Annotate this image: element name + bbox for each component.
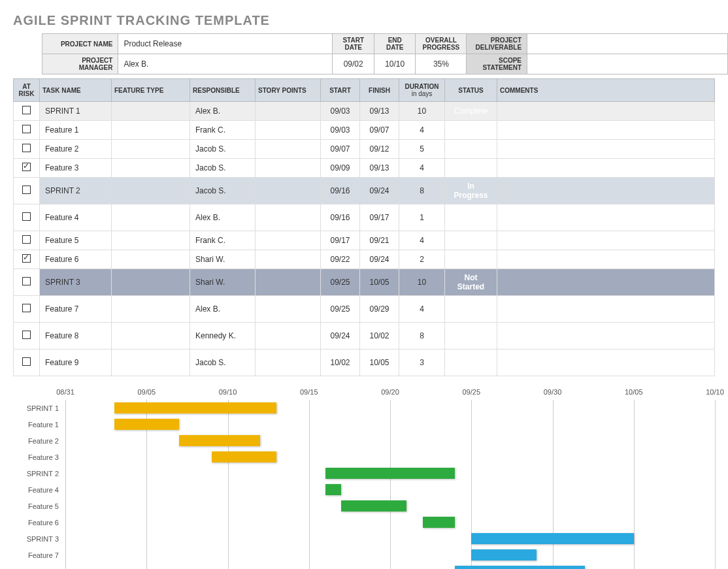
- cell-responsible[interactable]: Shari W.: [190, 269, 256, 296]
- cell-start[interactable]: 09/09: [321, 159, 360, 178]
- cell-responsible[interactable]: Shari W.: [190, 250, 256, 269]
- cell-duration[interactable]: 4: [399, 296, 445, 323]
- value-overall-progress[interactable]: 35%: [416, 54, 467, 74]
- value-project-name[interactable]: Product Release: [118, 34, 333, 54]
- cell-feature-type[interactable]: [112, 159, 190, 178]
- value-project-manager[interactable]: Alex B.: [118, 54, 333, 74]
- at-risk-checkbox[interactable]: [22, 144, 31, 152]
- cell-story[interactable]: [256, 250, 321, 269]
- cell-story[interactable]: [256, 159, 321, 178]
- cell-task[interactable]: Feature 4: [40, 204, 112, 231]
- at-risk-checkbox[interactable]: [22, 254, 31, 263]
- cell-status[interactable]: Overdue: [445, 231, 497, 250]
- cell-comments[interactable]: [497, 350, 715, 376]
- cell-task[interactable]: Feature 6: [40, 250, 112, 269]
- cell-duration[interactable]: 10: [399, 269, 445, 296]
- cell-feature-type[interactable]: [112, 296, 190, 323]
- cell-feature-type[interactable]: [112, 269, 190, 296]
- cell-responsible[interactable]: Frank C.: [190, 121, 256, 140]
- cell-story[interactable]: [256, 296, 321, 323]
- cell-responsible[interactable]: Jacob S.: [190, 140, 256, 159]
- cell-feature-type[interactable]: [112, 102, 190, 121]
- cell-start[interactable]: 09/25: [321, 296, 360, 323]
- cell-finish[interactable]: 09/13: [360, 159, 399, 178]
- cell-story[interactable]: [256, 231, 321, 250]
- at-risk-checkbox[interactable]: [22, 235, 31, 244]
- cell-task[interactable]: Feature 8: [40, 323, 112, 350]
- at-risk-checkbox[interactable]: [22, 186, 31, 194]
- cell-comments[interactable]: [497, 323, 715, 350]
- cell-start[interactable]: 09/07: [321, 140, 360, 159]
- cell-feature-type[interactable]: [112, 350, 190, 376]
- cell-comments[interactable]: [497, 102, 715, 121]
- cell-task[interactable]: SPRINT 1: [40, 102, 112, 121]
- cell-responsible[interactable]: Kennedy K.: [190, 323, 256, 350]
- cell-comments[interactable]: [497, 140, 715, 159]
- cell-responsible[interactable]: Alex B.: [190, 204, 256, 231]
- cell-status[interactable]: Complete: [445, 102, 497, 121]
- cell-comments[interactable]: [497, 250, 715, 269]
- at-risk-checkbox[interactable]: [22, 106, 31, 114]
- cell-status[interactable]: Complete: [445, 121, 497, 140]
- cell-feature-type[interactable]: [112, 204, 190, 231]
- cell-finish[interactable]: 09/24: [360, 250, 399, 269]
- cell-comments[interactable]: [497, 296, 715, 323]
- cell-start[interactable]: 09/24: [321, 323, 360, 350]
- cell-story[interactable]: [256, 121, 321, 140]
- cell-story[interactable]: [256, 323, 321, 350]
- cell-status[interactable]: In Progress: [445, 178, 497, 204]
- cell-start[interactable]: 10/02: [321, 350, 360, 376]
- cell-feature-type[interactable]: [112, 250, 190, 269]
- at-risk-checkbox[interactable]: [22, 331, 31, 339]
- cell-responsible[interactable]: Jacob S.: [190, 159, 256, 178]
- cell-duration[interactable]: 8: [399, 323, 445, 350]
- cell-story[interactable]: [256, 140, 321, 159]
- cell-status[interactable]: Not Started: [445, 323, 497, 350]
- cell-comments[interactable]: [497, 121, 715, 140]
- cell-task[interactable]: SPRINT 2: [40, 178, 112, 204]
- cell-start[interactable]: 09/17: [321, 231, 360, 250]
- cell-responsible[interactable]: Alex B.: [190, 102, 256, 121]
- cell-finish[interactable]: 09/13: [360, 102, 399, 121]
- cell-feature-type[interactable]: [112, 323, 190, 350]
- cell-story[interactable]: [256, 102, 321, 121]
- cell-status[interactable]: On Hold: [445, 250, 497, 269]
- cell-finish[interactable]: 09/21: [360, 231, 399, 250]
- at-risk-checkbox[interactable]: [22, 357, 31, 366]
- cell-status[interactable]: Not Started: [445, 296, 497, 323]
- cell-task[interactable]: Feature 2: [40, 140, 112, 159]
- at-risk-checkbox[interactable]: [22, 304, 31, 312]
- at-risk-checkbox[interactable]: [22, 163, 31, 171]
- cell-start[interactable]: 09/16: [321, 204, 360, 231]
- value-project-deliverable[interactable]: [527, 34, 728, 54]
- cell-comments[interactable]: [497, 231, 715, 250]
- value-scope-statement[interactable]: [527, 54, 728, 74]
- cell-finish[interactable]: 09/29: [360, 296, 399, 323]
- cell-finish[interactable]: 09/24: [360, 178, 399, 204]
- cell-task[interactable]: SPRINT 3: [40, 269, 112, 296]
- cell-duration[interactable]: 4: [399, 121, 445, 140]
- at-risk-checkbox[interactable]: [22, 125, 31, 133]
- cell-start[interactable]: 09/03: [321, 102, 360, 121]
- cell-feature-type[interactable]: [112, 178, 190, 204]
- at-risk-checkbox[interactable]: [22, 212, 31, 221]
- cell-story[interactable]: [256, 350, 321, 376]
- cell-duration[interactable]: 3: [399, 350, 445, 376]
- cell-status[interactable]: Not Started: [445, 350, 497, 376]
- cell-status[interactable]: Not Started: [445, 269, 497, 296]
- cell-status[interactable]: Complete: [445, 159, 497, 178]
- cell-duration[interactable]: 5: [399, 140, 445, 159]
- cell-task[interactable]: Feature 5: [40, 231, 112, 250]
- cell-finish[interactable]: 10/02: [360, 323, 399, 350]
- cell-duration[interactable]: 1: [399, 204, 445, 231]
- cell-responsible[interactable]: Jacob S.: [190, 350, 256, 376]
- cell-comments[interactable]: [497, 204, 715, 231]
- cell-duration[interactable]: 4: [399, 159, 445, 178]
- cell-start[interactable]: 09/03: [321, 121, 360, 140]
- value-end-date[interactable]: 10/10: [374, 54, 415, 74]
- cell-task[interactable]: Feature 9: [40, 350, 112, 376]
- cell-responsible[interactable]: Frank C.: [190, 231, 256, 250]
- cell-comments[interactable]: [497, 269, 715, 296]
- cell-feature-type[interactable]: [112, 140, 190, 159]
- cell-finish[interactable]: 09/17: [360, 204, 399, 231]
